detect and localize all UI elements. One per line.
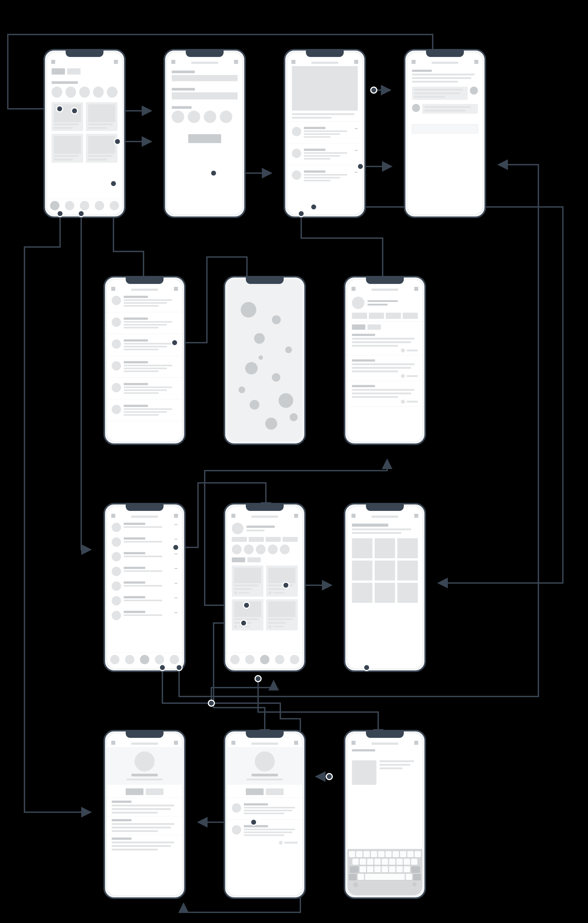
more-icon[interactable]	[174, 583, 177, 584]
menu-icon[interactable]	[232, 741, 235, 745]
tab-item[interactable]	[260, 655, 269, 664]
menu-icon[interactable]	[351, 514, 355, 518]
list-item[interactable]	[107, 358, 182, 375]
tab-item[interactable]	[155, 655, 164, 664]
chip[interactable]	[52, 68, 65, 74]
bubble[interactable]	[238, 386, 245, 393]
photo-cell[interactable]	[374, 560, 395, 581]
key[interactable]	[374, 859, 381, 865]
key[interactable]	[389, 859, 395, 865]
action-icon[interactable]	[174, 287, 178, 291]
bubble[interactable]	[272, 373, 280, 382]
key[interactable]	[382, 859, 388, 865]
tab-item[interactable]	[170, 655, 179, 664]
key[interactable]	[400, 851, 406, 857]
list-item[interactable]	[287, 168, 362, 184]
list-item[interactable]	[107, 579, 182, 593]
menu-icon[interactable]	[111, 514, 115, 518]
category-circle[interactable]	[188, 111, 200, 123]
category-circle[interactable]	[172, 111, 184, 123]
action-icon[interactable]	[174, 741, 178, 745]
stat-pill[interactable]	[352, 313, 367, 319]
action-icon[interactable]	[414, 287, 418, 291]
key[interactable]	[358, 874, 364, 880]
feed-card[interactable]	[86, 134, 117, 163]
key[interactable]	[378, 851, 384, 857]
stat-pill[interactable]	[369, 313, 384, 319]
key[interactable]	[386, 851, 392, 857]
list-item[interactable]	[227, 801, 302, 817]
action-icon[interactable]	[354, 60, 358, 64]
list-item[interactable]	[107, 608, 182, 623]
tab-item[interactable]	[50, 201, 59, 210]
list-item[interactable]	[107, 315, 182, 331]
menu-icon[interactable]	[51, 60, 55, 64]
more-icon[interactable]	[355, 172, 358, 172]
key[interactable]	[396, 866, 403, 872]
bubble[interactable]	[265, 418, 277, 430]
post-card[interactable]	[266, 565, 298, 596]
tab-item[interactable]	[65, 201, 74, 210]
key[interactable]	[349, 874, 356, 880]
post-card[interactable]	[232, 565, 263, 596]
key[interactable]	[406, 874, 412, 880]
bubble[interactable]	[290, 413, 298, 421]
feed-card[interactable]	[52, 134, 83, 163]
bubble[interactable]	[245, 362, 258, 374]
photo-cell[interactable]	[352, 538, 373, 558]
list-item[interactable]	[107, 402, 182, 418]
message-input[interactable]	[412, 125, 478, 133]
key[interactable]	[367, 859, 373, 865]
story-avatar[interactable]	[79, 87, 90, 98]
key[interactable]	[365, 874, 404, 880]
chip[interactable]	[67, 68, 80, 74]
more-icon[interactable]	[174, 524, 177, 525]
tab-item[interactable]	[95, 201, 104, 210]
key[interactable]	[404, 866, 410, 872]
secondary-button[interactable]	[266, 788, 284, 795]
action-icon[interactable]	[474, 60, 478, 64]
action-icon[interactable]	[414, 741, 418, 745]
list-item[interactable]	[227, 823, 302, 839]
list-item[interactable]	[107, 593, 182, 608]
menu-icon[interactable]	[171, 60, 175, 64]
tab-item[interactable]	[110, 201, 119, 210]
menu-icon[interactable]	[412, 60, 416, 64]
category-circle[interactable]	[220, 111, 232, 123]
key[interactable]	[407, 851, 414, 857]
story-avatar[interactable]	[52, 87, 62, 98]
bubble[interactable]	[272, 315, 281, 324]
list-item[interactable]	[287, 146, 362, 162]
list-item[interactable]	[107, 337, 182, 353]
tab-item[interactable]	[125, 655, 135, 664]
emoji-icon[interactable]	[353, 882, 358, 887]
menu-icon[interactable]	[111, 741, 115, 745]
more-icon[interactable]	[174, 539, 177, 540]
story-avatar[interactable]	[107, 87, 117, 98]
feed-card[interactable]	[52, 102, 83, 131]
keyboard[interactable]	[348, 849, 422, 895]
bubble[interactable]	[285, 347, 292, 353]
tab-item[interactable]	[245, 655, 255, 664]
key[interactable]	[360, 859, 366, 865]
action-icon[interactable]	[234, 60, 238, 64]
action-icon[interactable]	[414, 514, 418, 518]
key[interactable]	[349, 851, 355, 857]
key[interactable]	[404, 859, 410, 865]
bubble[interactable]	[279, 393, 293, 408]
key[interactable]	[363, 851, 370, 857]
bubble[interactable]	[258, 355, 263, 360]
tab-item[interactable]	[80, 201, 89, 210]
list-item[interactable]	[107, 549, 182, 564]
key[interactable]	[396, 859, 403, 865]
key[interactable]	[411, 859, 417, 865]
more-icon[interactable]	[174, 568, 177, 569]
photo-cell[interactable]	[352, 583, 373, 603]
secondary-button[interactable]	[146, 788, 164, 795]
key[interactable]	[413, 874, 421, 880]
key[interactable]	[374, 866, 381, 872]
key[interactable]	[415, 851, 421, 857]
key[interactable]	[367, 866, 373, 872]
photo-cell[interactable]	[374, 538, 395, 558]
more-icon[interactable]	[174, 553, 177, 554]
